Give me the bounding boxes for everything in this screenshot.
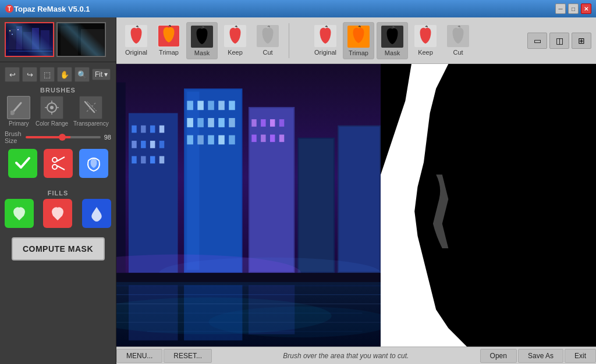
- svg-rect-50: [159, 156, 164, 163]
- svg-rect-61: [208, 118, 214, 127]
- svg-rect-48: [141, 156, 146, 163]
- color-range-brush-label: Color Range: [36, 120, 68, 127]
- svg-rect-57: [218, 101, 225, 110]
- compute-mask-button[interactable]: COMPUTE MASK: [12, 237, 105, 260]
- menu-button[interactable]: MENU...: [116, 349, 162, 363]
- svg-rect-47: [132, 156, 136, 163]
- minimize-button[interactable]: ─: [555, 3, 566, 14]
- brush-svg: [10, 99, 27, 116]
- main-canvas-left[interactable]: [116, 64, 381, 347]
- svg-rect-85: [116, 83, 126, 273]
- toolbar-original-2-label: Original: [314, 49, 336, 56]
- reset-button[interactable]: RESET...: [164, 349, 212, 363]
- svg-rect-2: [6, 23, 54, 57]
- dual-view-button[interactable]: ◫: [549, 33, 569, 49]
- toolbar-mask-2[interactable]: Mask: [377, 22, 408, 59]
- blue-action-button[interactable]: [79, 149, 108, 178]
- main-layout: ↩ ↪ ⬚ ✋ 🔍 Fit ▾ BRUSHES: [0, 17, 596, 364]
- thumbnail-strip: [0, 17, 116, 62]
- thumbnail-1[interactable]: [5, 22, 54, 57]
- svg-rect-54: [187, 101, 193, 110]
- brushes-label: BRUSHES: [5, 87, 111, 94]
- restore-button[interactable]: □: [568, 3, 579, 14]
- svg-rect-42: [159, 126, 164, 133]
- svg-rect-4: [16, 26, 22, 52]
- svg-rect-77: [261, 135, 265, 142]
- svg-line-24: [57, 166, 65, 170]
- svg-rect-5: [23, 32, 31, 52]
- svg-rect-72: [251, 119, 256, 127]
- svg-rect-75: [279, 119, 284, 127]
- svg-rect-10: [17, 29, 19, 30]
- titlebar: T Topaz ReMask V5.0.1 ─ □ ✕: [0, 0, 596, 17]
- toolbar-original-1-label: Original: [125, 49, 147, 56]
- toolbar-original-2[interactable]: Original: [310, 22, 340, 59]
- svg-text:T: T: [8, 6, 11, 12]
- color-range-brush-tool[interactable]: Color Range: [36, 96, 68, 127]
- svg-rect-71: [249, 107, 295, 273]
- transparency-brush-tool[interactable]: Transparency: [73, 96, 109, 127]
- svg-rect-46: [159, 141, 164, 148]
- cut-action-icon: [49, 155, 67, 172]
- fill-blue-button[interactable]: [82, 199, 111, 228]
- svg-rect-41: [150, 126, 155, 133]
- tools-section: ↩ ↪ ⬚ ✋ 🔍 Fit ▾ BRUSHES: [0, 62, 116, 187]
- open-button[interactable]: Open: [480, 349, 517, 363]
- toolbar-cut-2-label: Cut: [453, 49, 463, 56]
- toolbar-trimap-1[interactable]: Trimap: [154, 22, 184, 59]
- toolbar-original-1[interactable]: Original: [121, 22, 151, 59]
- single-view-button[interactable]: ▭: [527, 33, 547, 49]
- titlebar-controls: ─ □ ✕: [555, 3, 591, 14]
- fills-section: FILLS: [0, 187, 116, 230]
- toolbar-trimap-1-label: Trimap: [159, 49, 179, 56]
- svg-rect-76: [251, 135, 256, 142]
- svg-rect-49: [150, 156, 155, 163]
- exit-button[interactable]: Exit: [565, 349, 596, 363]
- cut-action-button[interactable]: [44, 149, 73, 178]
- svg-rect-79: [279, 135, 284, 142]
- original-icon-2: [314, 24, 337, 48]
- toolbar-separator-1: [289, 23, 289, 58]
- action-buttons: [5, 149, 111, 178]
- toolbar-keep-1-label: Keep: [228, 49, 243, 56]
- brush-size-label: Brush Size: [5, 130, 22, 144]
- quad-view-button[interactable]: ⊞: [572, 33, 591, 49]
- thumbnail-2[interactable]: [56, 22, 106, 57]
- fill-keep-button[interactable]: [5, 199, 34, 228]
- transparency-svg: [83, 99, 99, 116]
- toolbar-cut-1[interactable]: Cut: [253, 22, 283, 59]
- svg-rect-66: [208, 135, 214, 145]
- marquee-tool[interactable]: ⬚: [40, 67, 55, 82]
- svg-rect-6: [32, 28, 39, 52]
- brush-size-slider[interactable]: [26, 136, 101, 138]
- fit-dropdown[interactable]: Fit ▾: [92, 69, 111, 80]
- toolbar-trimap-2[interactable]: Trimap: [343, 22, 374, 59]
- toolbar-keep-1[interactable]: Keep: [220, 22, 250, 59]
- view-buttons: ▭ ◫ ⊞: [527, 33, 591, 49]
- svg-rect-67: [218, 135, 225, 145]
- trimap-icon-1: [157, 24, 180, 48]
- toolbar-mask-2-label: Mask: [385, 49, 400, 56]
- original-icon-1: [125, 24, 148, 48]
- fill-blue-icon: [88, 205, 105, 222]
- toolbar-cut-2[interactable]: Cut: [443, 22, 473, 59]
- svg-rect-63: [229, 118, 235, 127]
- main-canvas-right[interactable]: [381, 64, 596, 347]
- blue-action-icon: [85, 155, 102, 172]
- primary-brush-tool[interactable]: Primary: [7, 96, 30, 127]
- save-as-button[interactable]: Save As: [518, 349, 563, 363]
- svg-rect-11: [6, 49, 54, 57]
- zoom-tool[interactable]: 🔍: [74, 67, 90, 82]
- svg-rect-44: [141, 141, 146, 148]
- mask-image-svg: [381, 64, 596, 347]
- fill-cut-button[interactable]: [43, 199, 72, 228]
- redo-button[interactable]: ↪: [22, 67, 37, 82]
- fills-label: FILLS: [0, 190, 116, 197]
- pan-tool[interactable]: ✋: [57, 67, 72, 82]
- svg-rect-68: [229, 135, 235, 145]
- undo-button[interactable]: ↩: [5, 67, 20, 82]
- toolbar-keep-2[interactable]: Keep: [410, 22, 441, 59]
- keep-action-button[interactable]: [8, 149, 37, 178]
- toolbar-mask-1[interactable]: Mask: [186, 22, 218, 59]
- close-button[interactable]: ✕: [581, 3, 591, 14]
